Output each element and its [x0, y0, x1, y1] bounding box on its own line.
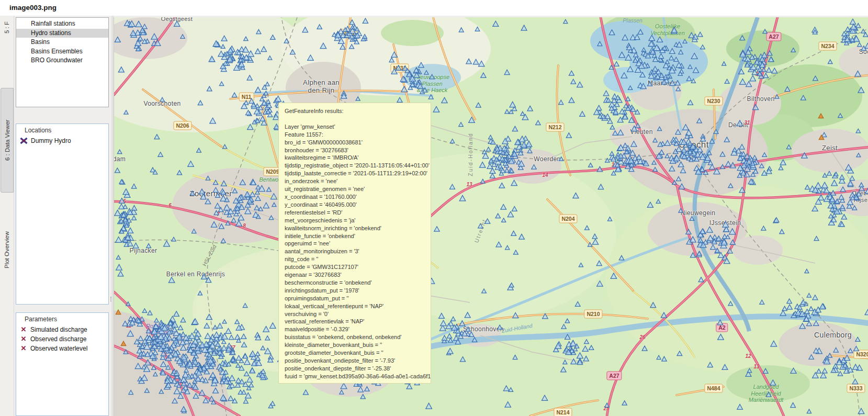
panel-splitter[interactable]: ⁞ — [111, 16, 114, 416]
tooltip-line: in_onderzoek = 'nee' — [285, 177, 427, 185]
parameter-item-simulated-discharge[interactable]: ✕Simulated discharge — [16, 325, 108, 334]
tooltip-line: y_coordinaat = '460495.000' — [285, 201, 427, 209]
layers-list-item-basins[interactable]: Basins — [16, 38, 108, 47]
nav-tab-5-f[interactable]: 5 : F — [1, 17, 13, 38]
tooltip-line: inrichtingsdatum_put = '1978' — [285, 287, 427, 295]
splitter-grip-icon: ⁞ — [110, 297, 112, 301]
map-base-layer — [114, 17, 868, 416]
layers-list-item-bro-groundwater[interactable]: BRO Groundwater — [16, 56, 108, 65]
nav-tab-plot-overview[interactable]: Plot Overview — [1, 200, 13, 300]
map-viewport[interactable]: OegstgeestVoorschotenAlphen aan den Rijn… — [114, 17, 868, 416]
left-tab-strip: 5 : F6 : Data ViewerPlot Overview — [0, 0, 14, 416]
application-window: image003.png 5 : F6 : Data ViewerPlot Ov… — [0, 0, 868, 416]
tooltip-line: kwaliteitsnorm_inrichting = 'onbekend' — [285, 224, 427, 232]
window-title-bar: image003.png — [0, 0, 868, 16]
layers-list-item-basins-ensembles[interactable]: Basins Ensembles — [16, 47, 108, 57]
tooltip-line: met_voorgeschiedenis = 'ja' — [285, 217, 427, 224]
tooltip-line: buisstatus = 'onbekend, onbekend, onbeke… — [285, 333, 427, 341]
layers-list-item-rainfall-stations[interactable]: Rainfall stations — [16, 19, 108, 29]
x-marker-icon: ✕ — [20, 345, 27, 352]
tooltip-line: eigenaar = '30276683' — [285, 271, 427, 279]
x-marker-icon: ✕ — [20, 326, 27, 333]
window-title: image003.png — [0, 0, 57, 16]
tooltip-line: putcode = 'GMW31C127107' — [285, 263, 427, 271]
tooltip-line: opruimingsdatum_put = '' — [285, 295, 427, 302]
tooltip-line: maaiveldpositie = '-0.329' — [285, 325, 427, 333]
tooltip-line: positie_bovenkant_ondiepste_filter = '-7… — [285, 357, 427, 365]
tooltip-line: uit_registratie_genomen = 'nee' — [285, 185, 427, 193]
nav-tab-6-data-viewer[interactable]: 6 : Data Viewer — [1, 88, 14, 193]
tooltip-line: nitg_code = '' — [285, 255, 427, 263]
tooltip-line: kwaliteitsregime = 'IMBRO/A' — [285, 154, 427, 162]
tooltip-line: Layer 'gmw_kenset' — [285, 123, 427, 131]
hydro-location-marker-icon — [20, 137, 28, 144]
parameters-panel: Parameters ✕Simulated discharge✕Observed… — [16, 312, 109, 416]
tooltip-line: x_coordinaat = '101760.000' — [285, 193, 427, 201]
tooltip-line — [285, 115, 427, 123]
tooltip-line: opgeruimd = 'nee' — [285, 240, 427, 248]
tooltip-line: verticaal_referentievlak = 'NAP' — [285, 318, 427, 325]
tooltip-line: kleinste_diameter_bovenkant_buis = '' — [285, 341, 427, 349]
parameter-item-observed-discharge[interactable]: ✕Observed discharge — [16, 334, 108, 344]
tooltip-line: tijdstip_laatste_correctie = '2021-05-11… — [285, 170, 427, 177]
locations-panel: Locations Dummy Hydro — [16, 123, 109, 305]
x-marker-icon: ✕ — [20, 335, 27, 343]
tooltip-line: positie_onderkant_diepste_filter = '-25.… — [285, 365, 427, 373]
parameter-item-label: Observed waterlevel — [30, 345, 87, 352]
layers-list-item-hydro-stations[interactable]: Hydro stations — [16, 29, 108, 38]
parameter-item-observed-waterlevel[interactable]: ✕Observed waterlevel — [16, 344, 108, 353]
sidebar: Rainfall stationsHydro stationsBasinsBas… — [14, 16, 111, 416]
tooltip-line: aantal_monitoringbuizen = '3' — [285, 248, 427, 255]
parameters-items: ✕Simulated discharge✕Observed discharge✕… — [16, 325, 108, 353]
tooltip-line: referentiestelsel = 'RD' — [285, 209, 427, 217]
location-item-dummy-hydro[interactable]: Dummy Hydro — [16, 136, 108, 145]
tooltip-line: initiele_functie = 'onbekend' — [285, 232, 427, 240]
parameters-panel-title: Parameters — [16, 313, 108, 325]
tooltip-line: beschermconstructie = 'onbekend' — [285, 279, 427, 287]
tooltip-line: fuuid = 'gmw_kenset.bd395a90-36a6-46ad-a… — [285, 373, 427, 380]
locations-items: Dummy Hydro — [16, 136, 108, 145]
layers-list: Rainfall stationsHydro stationsBasinsBas… — [16, 17, 109, 107]
tooltip-line: bro_id = 'GMW000000038681' — [285, 139, 427, 147]
tooltip-line: lokaal_verticaal_referentiepunt = 'NAP' — [285, 302, 427, 310]
tooltip-line: bronhouder = '30276683' — [285, 147, 427, 154]
getfeatureinfo-tooltip: GetFeatureInfo results: Layer 'gmw_kense… — [278, 103, 431, 384]
tooltip-line: verschuiving = '0' — [285, 310, 427, 318]
location-item-label: Dummy Hydro — [31, 137, 71, 144]
tooltip-line: grootste_diameter_bovenkant_buis = '' — [285, 349, 427, 357]
tooltip-line: GetFeatureInfo results: — [285, 107, 427, 115]
locations-panel-title: Locations — [16, 124, 108, 136]
parameter-item-label: Simulated discharge — [30, 326, 87, 333]
tooltip-line: Feature 11557: — [285, 131, 427, 139]
tooltip-line: tijdstip_registratie_object = '2020-11-1… — [285, 162, 427, 170]
parameter-item-label: Observed discharge — [30, 335, 86, 343]
